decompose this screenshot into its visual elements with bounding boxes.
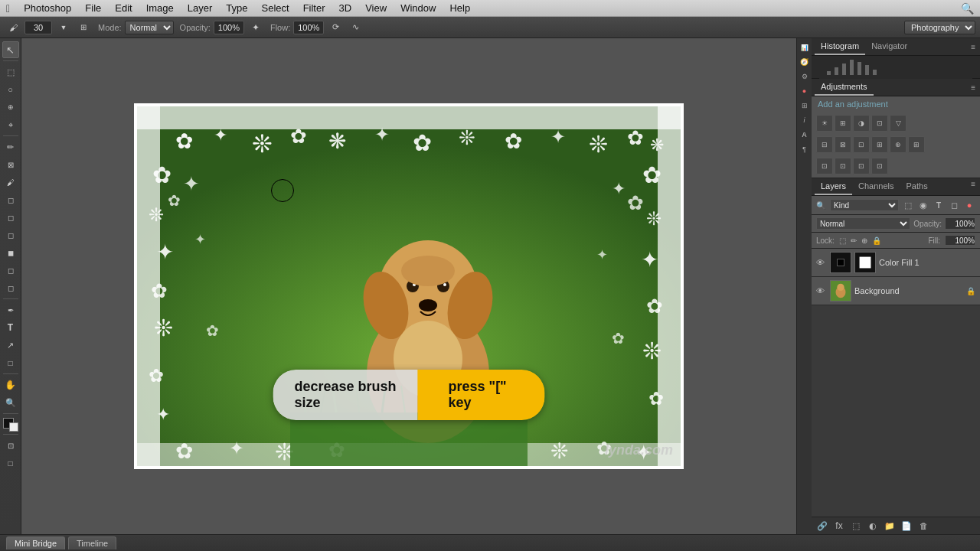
delete-layer-icon[interactable]: 🗑 [917,520,929,532]
exposure-adj-icon[interactable]: ⊡ [871,115,888,132]
apple-logo-icon[interactable]:  [6,2,10,15]
filter-adjust-icon[interactable]: ◉ [917,199,929,211]
tab-mini-bridge[interactable]: Mini Bridge [6,536,65,549]
histogram-options-icon[interactable]: ≡ [969,41,977,53]
adjustments-panel-icon[interactable]: ⚙ [799,70,811,83]
new-layer-icon[interactable]: 📄 [900,520,913,532]
brush-size-input[interactable]: 30 [24,21,52,34]
search-icon[interactable]: 🔍 [961,2,974,15]
levels-adj-icon[interactable]: ⊞ [835,115,851,132]
flow-input[interactable]: 100% [293,21,324,34]
tab-histogram[interactable]: Histogram [815,38,865,55]
brush-size-down-icon[interactable]: ▼ [55,19,72,36]
blend-mode-select[interactable]: Normal Multiply Screen [816,217,910,230]
layer-style-icon[interactable]: fx [833,520,845,532]
lock-move-icon[interactable]: ⊕ [861,236,867,245]
menu-type[interactable]: Type [220,1,253,15]
curves-adj-icon[interactable]: ◑ [853,115,870,132]
colorbalance-adj-icon[interactable]: ⊠ [835,136,851,153]
bw-adj-icon[interactable]: ⊡ [853,136,870,153]
tab-channels[interactable]: Channels [852,178,900,195]
layer-item-color-fill[interactable]: 👁 Color Fill 1 [812,249,980,277]
brightness-adj-icon[interactable]: ☀ [816,115,833,132]
histogram-panel-icon[interactable]: 📊 [799,41,811,54]
canvas-image[interactable]: ✿ ✦ ❊ ✿ ❋ ✦ ✿ ❊ ✿ ✦ ❊ ✿ ❋ ✿ ❊ ✦ [137,106,681,466]
marquee-tool[interactable]: ⬚ [2,64,19,80]
airbrush-icon[interactable]: ✦ [247,19,264,36]
history-brush-tool[interactable]: ◻ [2,209,19,226]
link-layers-icon[interactable]: 🔗 [816,520,828,532]
tab-timeline[interactable]: Timeline [68,536,116,549]
opacity-input[interactable]: 100% [945,217,975,230]
colorlookup-adj-icon[interactable]: ⊞ [908,136,925,153]
brush-tool[interactable]: 🖌 [2,174,19,191]
stylus-pressure-icon[interactable]: ⟳ [327,19,344,36]
gradient-tool[interactable]: ◼ [2,244,19,261]
new-adjustment-icon[interactable]: ◐ [867,520,879,532]
eraser-tool[interactable]: ◻ [2,227,19,243]
filter-pixel-icon[interactable]: ⬚ [902,199,914,211]
pen-tool[interactable]: ✒ [2,302,19,318]
photofilter-adj-icon[interactable]: ⊞ [871,136,888,153]
tab-paths[interactable]: Paths [900,178,934,195]
screen-mode-icon[interactable]: □ [2,455,19,471]
filter-shape-icon[interactable]: ◻ [948,199,960,211]
posterize-adj-icon[interactable]: ⊡ [835,158,851,174]
info-panel-icon[interactable]: i [799,114,811,126]
filter-type-icon[interactable]: T [933,199,945,211]
tab-adjustments[interactable]: Adjustments [815,79,874,96]
hsl-adj-icon[interactable]: ⊟ [816,136,833,153]
workspace-select[interactable]: Photography Essentials Design [904,21,975,34]
clone-tool[interactable]: ◻ [2,191,19,208]
fill-input[interactable]: 100% [945,235,975,246]
menu-3d[interactable]: 3D [333,1,358,15]
path-selection-tool[interactable]: ↗ [2,337,19,354]
layer-visibility-icon[interactable]: 👁 [816,258,827,267]
smoothing-icon[interactable]: ∿ [347,19,364,36]
adjustments-options-icon[interactable]: ≡ [969,82,977,93]
quick-mask-icon[interactable]: ⊡ [2,437,19,454]
move-tool[interactable]: ↖ [2,41,19,58]
layer-item-background[interactable]: 👁 Background 🔒 [812,277,980,305]
menu-select[interactable]: Select [256,1,296,15]
crop-tool[interactable]: ⌖ [2,116,19,133]
shape-tool[interactable]: □ [2,354,19,371]
lock-all-icon[interactable]: 🔒 [872,236,881,245]
color-panel-icon[interactable]: ● [799,85,811,97]
menu-layer[interactable]: Layer [181,1,219,15]
tab-navigator[interactable]: Navigator [865,38,913,55]
filter-toggle-icon[interactable]: ● [963,199,975,211]
lasso-tool[interactable]: ○ [2,81,19,98]
channelmixer-adj-icon[interactable]: ⊕ [890,136,906,153]
background-color[interactable] [9,422,18,432]
dodge-tool[interactable]: ◻ [2,279,19,296]
kind-filter-select[interactable]: Kind [830,199,899,211]
character-panel-icon[interactable]: A [799,129,811,141]
menu-view[interactable]: View [359,1,393,15]
eyedropper-tool[interactable]: ✏ [2,139,19,155]
menu-help[interactable]: Help [443,1,476,15]
threshold-adj-icon[interactable]: ⊡ [853,158,870,174]
layers-options-icon[interactable]: ≡ [969,178,977,195]
blur-tool[interactable]: ◻ [2,262,19,279]
menu-photoshop[interactable]: Photoshop [18,1,77,15]
vibrance-adj-icon[interactable]: ▽ [890,115,906,132]
tab-layers[interactable]: Layers [815,178,852,195]
mode-select[interactable]: Normal Multiply Screen [125,21,174,34]
hand-tool[interactable]: ✋ [2,377,19,393]
brush-tool-icon[interactable]: 🖌 [5,19,21,36]
menu-filter[interactable]: Filter [297,1,332,15]
navigator-panel-icon[interactable]: 🧭 [799,56,811,68]
opacity-input[interactable]: 100% [214,21,244,34]
invert-adj-icon[interactable]: ⊡ [816,158,833,174]
menu-image[interactable]: Image [140,1,180,15]
lock-pixels-icon[interactable]: ⬚ [839,236,846,245]
paragraph-panel-icon[interactable]: ¶ [799,143,811,155]
new-group-icon[interactable]: 📁 [884,520,896,532]
quick-select-tool[interactable]: ⊕ [2,99,19,116]
zoom-tool[interactable]: 🔍 [2,394,19,411]
layers-panel-icon[interactable]: ⊞ [799,99,811,112]
text-tool[interactable]: T [2,319,19,336]
gradientmap-adj-icon[interactable]: ⊡ [871,158,888,174]
menu-edit[interactable]: Edit [109,1,138,15]
